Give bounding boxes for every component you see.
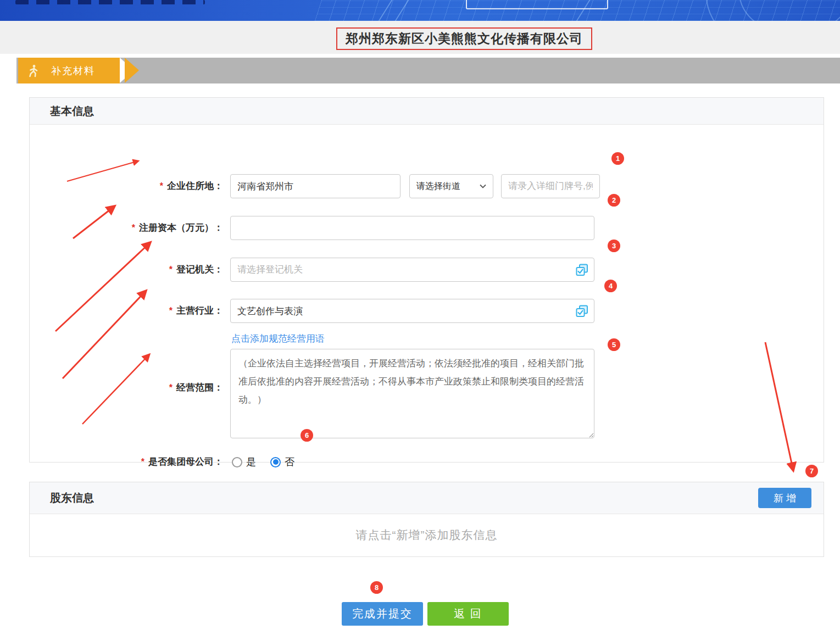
basic-info-title: 基本信息 <box>50 104 94 119</box>
step-label: 补充材料 <box>51 64 95 77</box>
authority-input[interactable] <box>230 258 594 282</box>
banner-arc <box>739 0 840 21</box>
authority-field <box>230 258 594 282</box>
basic-info-form: *企业住所地： 请选择街道 *注册资本（万元）： *登记机关： <box>30 124 824 462</box>
annotation-badge-1: 1 <box>611 152 624 165</box>
industry-field <box>230 299 594 323</box>
required-asterisk: * <box>132 223 135 232</box>
address-city-input[interactable] <box>230 174 400 198</box>
address-label: *企业住所地： <box>30 174 223 198</box>
page: 郑州郑东新区小美熊熊文化传播有限公司 补充材料 基本信息 <box>0 0 840 635</box>
required-asterisk: * <box>169 306 173 315</box>
radio-yes[interactable] <box>232 457 242 467</box>
scope-label: *经营范围： <box>30 380 223 396</box>
address-detail-input[interactable] <box>501 174 600 198</box>
picker-checkbox-icon[interactable] <box>576 264 588 276</box>
radio-no-label: 否 <box>285 455 294 469</box>
annotation-badge-2: 2 <box>608 194 620 207</box>
chevron-down-icon <box>480 184 486 188</box>
shareholder-empty-hint: 请点击“新增”添加股东信息 <box>30 514 824 556</box>
basic-info-header: 基本信息 <box>30 98 824 125</box>
street-select-value: 请选择街道 <box>416 181 460 192</box>
radio-yes-label: 是 <box>246 455 256 469</box>
submit-button[interactable]: 完成并提交 <box>342 602 423 626</box>
required-asterisk: * <box>169 265 173 274</box>
scope-textarea[interactable] <box>230 349 594 438</box>
progress-bar: 补充材料 <box>16 58 840 83</box>
annotation-badge-5: 5 <box>608 338 620 351</box>
radio-no[interactable] <box>270 457 281 467</box>
authority-label: *登记机关： <box>30 258 223 282</box>
step-supplementary-material[interactable]: 补充材料 <box>18 58 120 83</box>
picker-checkbox-icon[interactable] <box>576 305 588 318</box>
company-title-box: 郑州郑东新区小美熊熊文化传播有限公司 <box>336 27 592 50</box>
group-parent-label: *是否集团母公司： <box>30 455 223 469</box>
annotation-badge-3: 3 <box>608 239 620 252</box>
add-standard-terms-link[interactable]: 点击添加规范经营用语 <box>231 332 325 345</box>
basic-info-panel: 基本信息 *企业住所地： 请选择街道 *注册资本（万元）： *登记机关 <box>29 97 824 463</box>
industry-input[interactable] <box>230 299 594 323</box>
annotation-badge-6: 6 <box>301 429 313 442</box>
industry-label: *主营行业： <box>30 299 223 323</box>
back-button[interactable]: 返 回 <box>427 602 509 626</box>
title-strip: 郑州郑东新区小美熊熊文化传播有限公司 <box>0 21 840 54</box>
required-asterisk: * <box>141 457 144 466</box>
company-title: 郑州郑东新区小美熊熊文化传播有限公司 <box>346 30 583 47</box>
annotation-badge-7: 7 <box>805 465 818 477</box>
capital-input[interactable] <box>230 216 594 240</box>
shareholder-title: 股东信息 <box>50 491 94 505</box>
annotation-badge-8: 8 <box>370 581 383 594</box>
shareholder-panel: 股东信息 新 增 请点击“新增”添加股东信息 <box>29 482 824 557</box>
banner-box-outline <box>466 0 608 9</box>
required-asterisk: * <box>160 181 163 191</box>
walking-person-icon <box>28 64 39 77</box>
annotation-badge-4: 4 <box>604 280 617 292</box>
step-chevron <box>125 58 139 83</box>
top-banner <box>0 0 840 21</box>
required-asterisk: * <box>169 383 173 392</box>
add-shareholder-button[interactable]: 新 增 <box>758 488 811 508</box>
street-select[interactable]: 请选择街道 <box>409 174 493 198</box>
capital-label: *注册资本（万元）： <box>30 216 223 240</box>
banner-artifact <box>15 0 205 4</box>
group-parent-radios: 是 否 <box>232 455 309 469</box>
shareholder-header: 股东信息 新 增 <box>30 482 824 514</box>
